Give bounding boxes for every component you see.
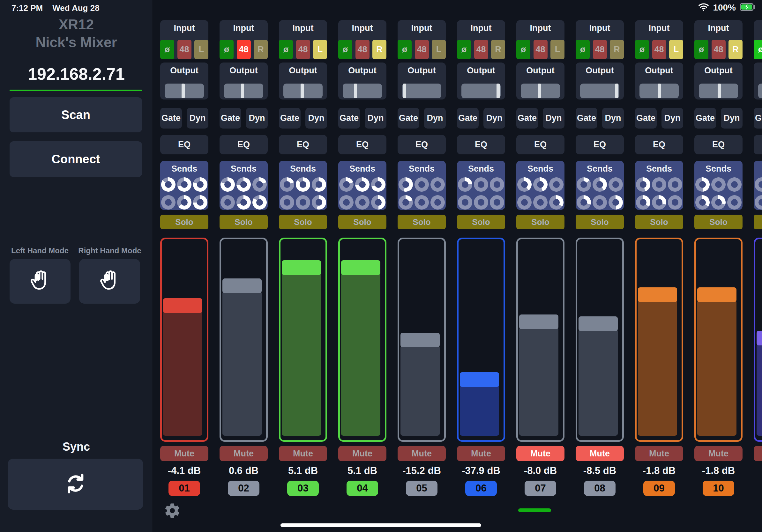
pan-slider-thumb[interactable] xyxy=(496,84,500,98)
connect-button[interactable]: Connect xyxy=(10,141,142,177)
eq-button[interactable]: EQ xyxy=(160,135,208,154)
pan-slider[interactable] xyxy=(165,84,204,98)
send-knob[interactable] xyxy=(220,177,235,192)
channel-fader[interactable] xyxy=(279,237,327,442)
send-knob[interactable] xyxy=(415,177,429,192)
eq-button[interactable]: EQ xyxy=(279,135,327,154)
send-knob[interactable] xyxy=(592,195,607,210)
send-knob[interactable] xyxy=(652,177,666,192)
pan-slider-thumb[interactable] xyxy=(615,84,618,98)
gate-button[interactable]: Gate xyxy=(338,108,360,129)
gate-button[interactable]: Gate xyxy=(279,108,301,129)
phase-button[interactable]: ø xyxy=(219,40,234,59)
eq-button[interactable]: EQ xyxy=(219,135,268,154)
dyn-button[interactable]: Dyn xyxy=(187,108,208,129)
right-hand-mode-button[interactable] xyxy=(79,259,140,303)
pan-slider[interactable] xyxy=(580,84,619,98)
mute-button[interactable]: Mute xyxy=(635,446,683,461)
channel-number-badge[interactable]: 06 xyxy=(465,481,497,496)
send-knob[interactable] xyxy=(727,177,741,192)
eq-button[interactable]: EQ xyxy=(694,135,742,154)
stereo-link-button[interactable]: L xyxy=(551,40,565,59)
send-knob[interactable] xyxy=(755,195,762,210)
mute-button[interactable]: Mute xyxy=(754,446,762,461)
fader-cap[interactable] xyxy=(460,372,499,387)
mute-button[interactable]: Mute xyxy=(219,446,268,461)
send-knob[interactable] xyxy=(517,177,532,192)
channel-number-badge[interactable]: 04 xyxy=(346,481,378,496)
gate-button[interactable]: Gate xyxy=(516,108,538,129)
send-knob[interactable] xyxy=(371,195,385,210)
gate-button[interactable]: Gate xyxy=(398,108,419,129)
sends-panel[interactable]: Sends xyxy=(398,161,446,210)
send-knob[interactable] xyxy=(253,177,267,192)
phase-button[interactable]: ø xyxy=(160,40,174,59)
input-panel[interactable]: Input ø 48 L xyxy=(635,20,683,59)
phantom-48v-button[interactable]: 48 xyxy=(178,40,191,59)
channel-number-badge[interactable]: 01 xyxy=(169,481,200,496)
sends-panel[interactable]: Sends xyxy=(457,161,505,210)
eq-button[interactable]: EQ xyxy=(754,135,762,154)
mute-button[interactable]: Mute xyxy=(398,446,446,461)
input-panel[interactable]: Input ø 48 R xyxy=(338,20,386,59)
mute-button[interactable]: Mute xyxy=(457,446,505,461)
pan-slider[interactable] xyxy=(521,84,560,98)
fader-cap[interactable] xyxy=(341,260,380,275)
phase-button[interactable]: ø xyxy=(338,40,352,59)
sends-panel[interactable]: Sends xyxy=(160,161,208,210)
stereo-link-button[interactable]: R xyxy=(372,40,386,59)
send-knob[interactable] xyxy=(399,195,413,210)
pan-slider-thumb[interactable] xyxy=(403,84,406,98)
send-knob[interactable] xyxy=(355,177,369,192)
phantom-48v-button[interactable]: 48 xyxy=(237,40,251,59)
pan-slider[interactable] xyxy=(224,84,263,98)
channel-number-badge[interactable]: 10 xyxy=(703,481,734,496)
input-panel[interactable]: Input ø 48 R xyxy=(575,20,624,59)
stereo-link-button[interactable]: R xyxy=(728,40,742,59)
send-knob[interactable] xyxy=(592,177,607,192)
send-knob[interactable] xyxy=(652,195,666,210)
eq-button[interactable]: EQ xyxy=(398,135,446,154)
gate-button[interactable]: Gate xyxy=(694,108,716,129)
sends-panel[interactable]: Sends xyxy=(338,161,386,210)
output-panel[interactable]: Output xyxy=(694,62,742,100)
pan-slider[interactable] xyxy=(461,84,501,98)
solo-button[interactable]: Solo xyxy=(219,215,268,229)
phantom-48v-button[interactable]: 48 xyxy=(534,40,548,59)
phantom-48v-button[interactable]: 48 xyxy=(355,40,369,59)
solo-button[interactable]: Solo xyxy=(516,215,565,229)
channel-number-badge[interactable]: 07 xyxy=(525,481,556,496)
dyn-button[interactable]: Dyn xyxy=(365,108,386,129)
sends-panel[interactable]: Sends xyxy=(575,161,624,210)
pan-slider[interactable] xyxy=(402,84,441,98)
eq-button[interactable]: EQ xyxy=(635,135,683,154)
output-panel[interactable]: Output xyxy=(635,62,683,100)
gate-button[interactable]: Gate xyxy=(457,108,479,129)
phase-button[interactable]: ø xyxy=(398,40,412,59)
sync-button[interactable] xyxy=(8,459,143,510)
channel-fader[interactable] xyxy=(457,237,505,442)
send-knob[interactable] xyxy=(430,195,445,210)
eq-button[interactable]: EQ xyxy=(516,135,565,154)
channel-fader[interactable] xyxy=(754,237,762,442)
solo-button[interactable]: Solo xyxy=(279,215,327,229)
send-knob[interactable] xyxy=(415,195,429,210)
send-knob[interactable] xyxy=(458,195,472,210)
pan-slider-thumb[interactable] xyxy=(182,84,185,98)
pan-slider[interactable] xyxy=(758,84,762,98)
fader-cap[interactable] xyxy=(697,287,736,302)
channel-fader[interactable] xyxy=(338,237,386,442)
send-knob[interactable] xyxy=(517,195,532,210)
fader-cap[interactable] xyxy=(222,279,262,293)
fader-cap[interactable] xyxy=(282,260,321,275)
send-knob[interactable] xyxy=(576,195,591,210)
dyn-button[interactable]: Dyn xyxy=(246,108,268,129)
send-knob[interactable] xyxy=(253,195,267,210)
output-panel[interactable]: Output xyxy=(338,62,386,100)
send-knob[interactable] xyxy=(339,177,353,192)
send-knob[interactable] xyxy=(399,177,413,192)
home-indicator[interactable] xyxy=(280,523,481,527)
send-knob[interactable] xyxy=(668,177,682,192)
eq-button[interactable]: EQ xyxy=(457,135,505,154)
send-knob[interactable] xyxy=(355,195,369,210)
